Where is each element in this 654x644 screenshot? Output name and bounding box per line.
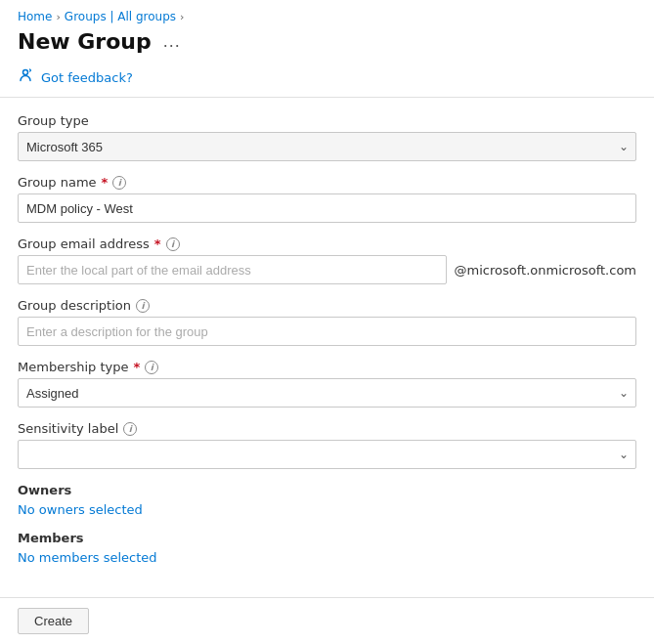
feedback-icon: [18, 67, 33, 87]
membership-type-dropdown-wrapper: Assigned ⌄: [18, 378, 636, 408]
create-button[interactable]: Create: [18, 608, 89, 634]
group-description-field: Group description i: [18, 298, 636, 346]
ellipsis-button[interactable]: ...: [159, 29, 185, 54]
group-type-select[interactable]: Microsoft 365: [18, 132, 636, 161]
group-name-input[interactable]: [18, 193, 636, 223]
group-type-label: Group type: [18, 113, 636, 128]
group-email-row: @microsoft.onmicrosoft.com: [18, 255, 636, 284]
group-email-input[interactable]: [18, 255, 447, 284]
owners-heading: Owners: [18, 483, 636, 497]
group-email-info-icon: i: [166, 237, 180, 251]
sensitivity-label-select[interactable]: [18, 440, 636, 469]
feedback-bar[interactable]: Got feedback?: [0, 62, 654, 97]
page-title: New Group: [18, 29, 152, 54]
members-link[interactable]: No members selected: [18, 550, 157, 565]
group-name-label: Group name * i: [18, 175, 636, 190]
group-description-info-icon: i: [136, 299, 150, 313]
owners-link[interactable]: No owners selected: [18, 502, 143, 517]
feedback-text: Got feedback?: [41, 70, 133, 85]
breadcrumb-sep1: ›: [56, 11, 60, 23]
sensitivity-label-dropdown-wrapper: ⌄: [18, 440, 636, 469]
group-name-info-icon: i: [112, 176, 126, 190]
membership-type-select[interactable]: Assigned: [18, 378, 636, 408]
breadcrumb-groups[interactable]: Groups | All groups: [65, 10, 176, 23]
svg-point-0: [23, 70, 28, 75]
members-heading: Members: [18, 531, 636, 545]
breadcrumb: Home › Groups | All groups ›: [0, 0, 654, 27]
breadcrumb-sep2: ›: [180, 11, 184, 23]
group-type-dropdown-wrapper: Microsoft 365 ⌄: [18, 132, 636, 161]
members-section: Members No members selected: [18, 531, 636, 565]
group-email-label: Group email address * i: [18, 236, 636, 251]
group-email-required: *: [154, 236, 161, 251]
group-description-input[interactable]: [18, 317, 636, 346]
membership-type-label: Membership type * i: [18, 360, 636, 374]
group-name-field: Group name * i: [18, 175, 636, 223]
group-email-field: Group email address * i @microsoft.onmic…: [18, 236, 636, 284]
membership-type-field: Membership type * i Assigned ⌄: [18, 360, 636, 408]
sensitivity-label-info-icon: i: [123, 422, 137, 436]
owners-section: Owners No owners selected: [18, 483, 636, 517]
footer: Create: [0, 597, 654, 644]
form-scroll[interactable]: Group type Microsoft 365 ⌄ Group name * …: [0, 98, 654, 597]
membership-type-required: *: [134, 360, 141, 374]
sensitivity-label-label: Sensitivity label i: [18, 421, 636, 436]
membership-type-info-icon: i: [145, 361, 158, 374]
group-email-domain: @microsoft.onmicrosoft.com: [455, 263, 636, 278]
group-description-label: Group description i: [18, 298, 636, 313]
page-wrapper: Home › Groups | All groups › New Group .…: [0, 0, 654, 644]
group-type-field: Group type Microsoft 365 ⌄: [18, 113, 636, 161]
page-title-row: New Group ...: [0, 27, 654, 62]
breadcrumb-home[interactable]: Home: [18, 10, 52, 23]
group-name-required: *: [102, 175, 109, 190]
sensitivity-label-field: Sensitivity label i ⌄: [18, 421, 636, 469]
